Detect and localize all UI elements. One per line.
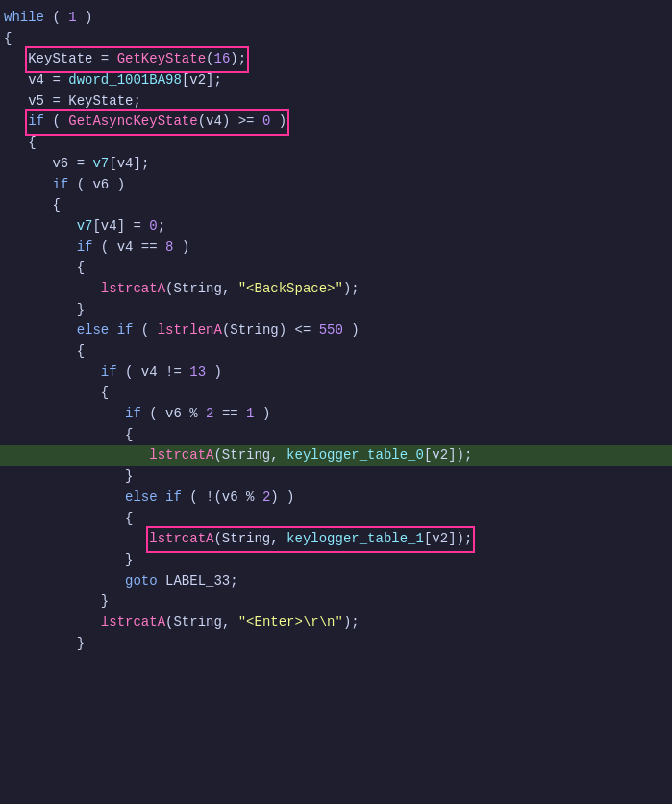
code-line: while ( 1 ): [0, 8, 672, 29]
code-line: if ( v6 ): [0, 175, 672, 196]
code-line: }: [0, 300, 672, 321]
code-line: }: [0, 634, 672, 655]
code-line: v7[v4] = 0;: [0, 216, 672, 238]
code-line: v5 = KeyState;: [0, 91, 672, 113]
code-line: lstrcatA(String, "<BackSpace>");: [0, 279, 672, 300]
code-line: lstrcatA(String, keylogger_table_0[v2]);: [0, 445, 672, 466]
code-line: {: [0, 29, 672, 50]
code-viewer: while ( 1 ){ KeyState = GetKeyState(16);…: [0, 4, 672, 658]
code-line: if ( v4 != 13 ): [0, 363, 672, 384]
code-line: if ( GetAsyncKeyState(v4) >= 0 ): [0, 112, 672, 133]
code-line: if ( v6 % 2 == 1 ): [0, 404, 672, 425]
code-line: }: [0, 550, 672, 571]
code-line: KeyState = GetKeyState(16);: [0, 49, 672, 70]
code-line: else if ( !(v6 % 2) ): [0, 488, 672, 509]
code-line: if ( v4 == 8 ): [0, 238, 672, 259]
code-line: }: [0, 466, 672, 488]
code-line: else if ( lstrlenA(String) <= 550 ): [0, 320, 672, 341]
code-line: {: [0, 341, 672, 363]
code-line: v4 = dword_1001BA98[v2];: [0, 70, 672, 91]
code-line: {: [0, 383, 672, 404]
code-line: {: [0, 509, 672, 530]
code-line: {: [0, 133, 672, 154]
code-line: {: [0, 195, 672, 216]
code-line: lstrcatA(String, keylogger_table_1[v2]);: [0, 529, 672, 550]
code-line: {: [0, 258, 672, 279]
code-line: goto LABEL_33;: [0, 571, 672, 592]
code-line: v6 = v7[v4];: [0, 154, 672, 175]
code-line: {: [0, 425, 672, 446]
code-line: }: [0, 591, 672, 613]
code-line: lstrcatA(String, "<Enter>\r\n");: [0, 613, 672, 634]
